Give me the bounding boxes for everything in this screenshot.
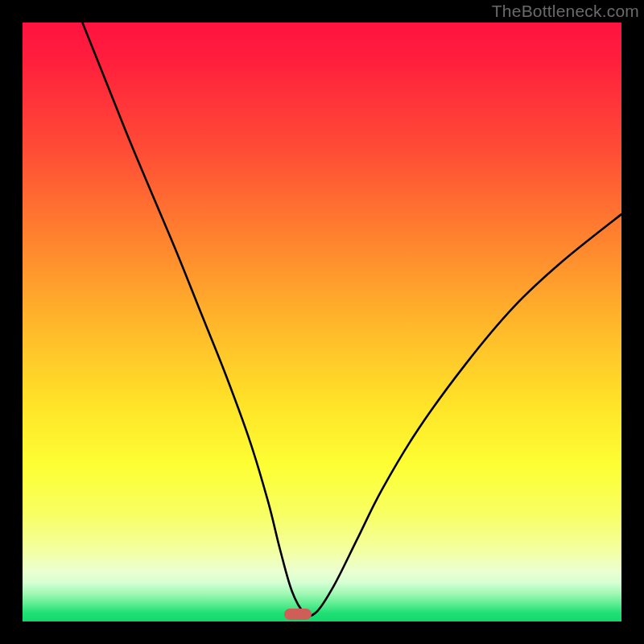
chart-stage: TheBottleneck.com [0, 0, 644, 644]
watermark-text: TheBottleneck.com [492, 2, 639, 21]
optimum-marker [284, 609, 312, 620]
curve-path [82, 23, 621, 616]
bottleneck-curve [23, 23, 621, 621]
plot-area [23, 23, 621, 621]
